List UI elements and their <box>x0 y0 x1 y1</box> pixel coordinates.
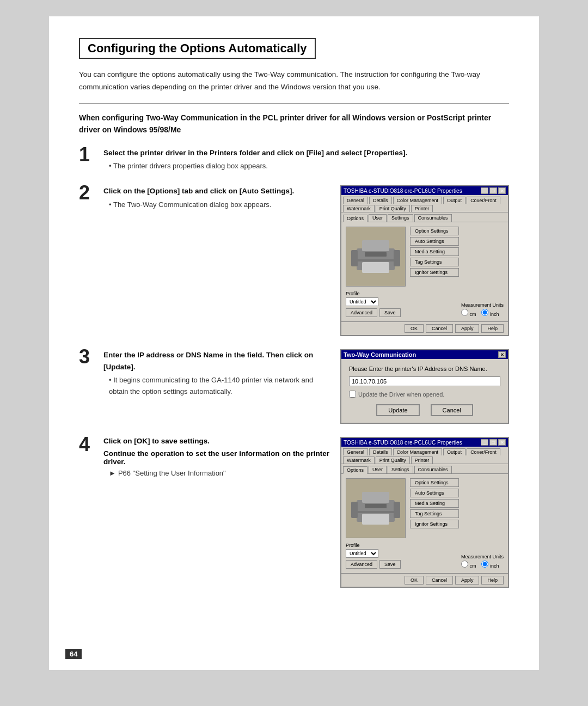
step-3-sub: It begins communicating to the GA-1140 p… <box>109 375 329 398</box>
dialog-1-tabs: General Details Color Management Output … <box>341 195 508 212</box>
tab-output-2[interactable]: Output <box>443 448 465 455</box>
dialog-2-tabs: General Details Color Management Output … <box>341 447 508 464</box>
profile-label: Profile <box>346 291 401 296</box>
step-2-main: Click on the [Options] tab and click on … <box>103 185 329 197</box>
svg-rect-1 <box>362 240 389 251</box>
profile-select[interactable]: Untitled <box>346 297 378 306</box>
radio-row-2: cm inch <box>461 561 504 569</box>
tab-printquality[interactable]: Print Quality <box>376 205 410 212</box>
svg-rect-5 <box>351 250 358 266</box>
radio-inch[interactable] <box>481 309 488 316</box>
tab-output[interactable]: Output <box>443 197 465 204</box>
media-setting-btn[interactable]: Media Setting <box>410 247 459 256</box>
tab-cover[interactable]: Cover/Front <box>467 197 500 204</box>
apply-btn-2[interactable]: Apply <box>455 576 480 585</box>
tab-user-2[interactable]: User <box>369 466 387 473</box>
media-setting-btn-2[interactable]: Media Setting <box>410 499 459 508</box>
tag-settings-btn-2[interactable]: Tag Settings <box>410 509 459 518</box>
printer-image <box>346 227 406 287</box>
minimize-icon-2[interactable]: _ <box>481 439 488 446</box>
profile-select-2[interactable]: Untitled <box>346 549 378 558</box>
step-2: 2 Click on the [Options] tab and click o… <box>79 185 509 336</box>
tab-color-2[interactable]: Color Management <box>393 448 443 455</box>
cancel-btn-3[interactable]: Cancel <box>426 576 453 585</box>
ok-btn-1[interactable]: OK <box>405 324 424 333</box>
save-btn-2[interactable]: Save <box>379 560 401 569</box>
close-icon-2[interactable]: ✕ <box>498 439 506 446</box>
arrow-ref: P66 "Setting the User Information" <box>109 469 329 477</box>
radio-cm-label-2[interactable]: cm <box>461 561 476 569</box>
close-icon[interactable]: ✕ <box>498 187 506 194</box>
tab-general-2[interactable]: General <box>343 448 368 455</box>
tab-user[interactable]: User <box>369 214 387 222</box>
printer-svg-2 <box>348 481 403 535</box>
page: Configuring the Options Automatically Yo… <box>49 16 539 670</box>
dialog-1-bottom: Profile Untitled Advanced Save M <box>346 291 504 317</box>
tab-cover-2[interactable]: Cover/Front <box>467 448 500 455</box>
printer-properties-dialog-2: TOSHIBA e-STUDIO818 ore-PCL6UC Propertie… <box>340 437 509 588</box>
radio-inch-label-2[interactable]: inch <box>481 561 499 569</box>
advanced-btn-2[interactable]: Advanced <box>346 560 377 569</box>
tab-watermark-2[interactable]: Watermark <box>343 457 375 464</box>
radio-inch-label[interactable]: inch <box>481 309 499 317</box>
twoway-close-icon[interactable]: ✕ <box>498 351 506 358</box>
tab-printer[interactable]: Printer <box>411 205 433 212</box>
save-btn[interactable]: Save <box>379 308 401 317</box>
auto-settings-btn-2[interactable]: Auto Settings <box>410 489 459 497</box>
ignitor-settings-btn[interactable]: Ignitor Settings <box>410 268 459 277</box>
help-btn-2[interactable]: Help <box>481 576 504 585</box>
cancel-btn-1[interactable]: Cancel <box>426 324 453 333</box>
tab-settings-2[interactable]: Settings <box>388 466 413 473</box>
continue-text: Continue the operation to set the user i… <box>103 449 329 466</box>
profile-label-2: Profile <box>346 543 401 548</box>
radio-inch-2[interactable] <box>481 561 488 568</box>
tab-options[interactable]: Options <box>343 215 367 222</box>
option-settings-btn[interactable]: Option Settings <box>410 227 459 235</box>
option-settings-btn-2[interactable]: Option Settings <box>410 478 459 487</box>
tab-consumables-2[interactable]: Consumables <box>414 466 452 473</box>
tab-general[interactable]: General <box>343 197 368 204</box>
tab-options-2[interactable]: Options <box>343 466 367 474</box>
step-1-content: Select the printer driver in the Printer… <box>103 147 509 172</box>
tab-watermark[interactable]: Watermark <box>343 205 375 212</box>
step-4-number: 4 <box>79 435 103 588</box>
section-title: Configuring the Options Automatically <box>79 38 509 69</box>
tab-printer-2[interactable]: Printer <box>411 457 433 464</box>
cancel-btn-2[interactable]: Cancel <box>431 404 473 416</box>
maximize-icon[interactable]: □ <box>489 187 497 194</box>
advanced-btn[interactable]: Advanced <box>346 308 377 317</box>
radio-cm-2[interactable] <box>461 561 468 568</box>
dialog-2-footer: OK Cancel Apply Help <box>341 573 508 587</box>
dialog-1-title: TOSHIBA e-STUDIO818 ore-PCL6UC Propertie… <box>344 188 462 194</box>
twoway-desc: Please Enter the printer's IP Address or… <box>349 366 500 372</box>
help-btn-1[interactable]: Help <box>481 324 504 333</box>
svg-rect-11 <box>354 511 397 513</box>
step-2-left: Click on the [Options] tab and click on … <box>103 185 329 336</box>
dialog-2-controls: _ □ ✕ <box>481 439 506 446</box>
update-checkbox-label: Update the Driver when opened. <box>358 391 444 398</box>
tab-consumables[interactable]: Consumables <box>414 214 452 222</box>
tab-color[interactable]: Color Management <box>393 197 443 204</box>
ok-btn-2[interactable]: OK <box>405 576 424 585</box>
ip-address-input[interactable] <box>349 376 500 386</box>
maximize-icon-2[interactable]: □ <box>489 439 497 446</box>
tab-settings[interactable]: Settings <box>388 214 413 222</box>
radio-row: cm inch <box>461 309 504 317</box>
update-btn[interactable]: Update <box>376 404 419 416</box>
ignitor-settings-btn-2[interactable]: Ignitor Settings <box>410 520 459 528</box>
minimize-icon[interactable]: _ <box>481 187 488 194</box>
svg-rect-3 <box>365 252 387 257</box>
tab-details-2[interactable]: Details <box>369 448 392 455</box>
twoway-titlebar: Two-Way Communication ✕ <box>341 350 508 359</box>
auto-settings-btn[interactable]: Auto Settings <box>410 237 459 246</box>
tab-details[interactable]: Details <box>369 197 392 204</box>
step-2-dialog: TOSHIBA e-STUDIO818 ore-PCL6UC Propertie… <box>340 185 509 336</box>
profile-section: Profile Untitled Advanced Save <box>346 291 401 317</box>
update-checkbox[interactable] <box>349 391 356 398</box>
tag-settings-btn[interactable]: Tag Settings <box>410 258 459 266</box>
radio-cm-label[interactable]: cm <box>461 309 476 317</box>
apply-btn-1[interactable]: Apply <box>455 324 480 333</box>
tab-printquality-2[interactable]: Print Quality <box>376 457 410 464</box>
intro-text: You can configure the options automatica… <box>79 69 509 94</box>
radio-cm[interactable] <box>461 309 468 316</box>
